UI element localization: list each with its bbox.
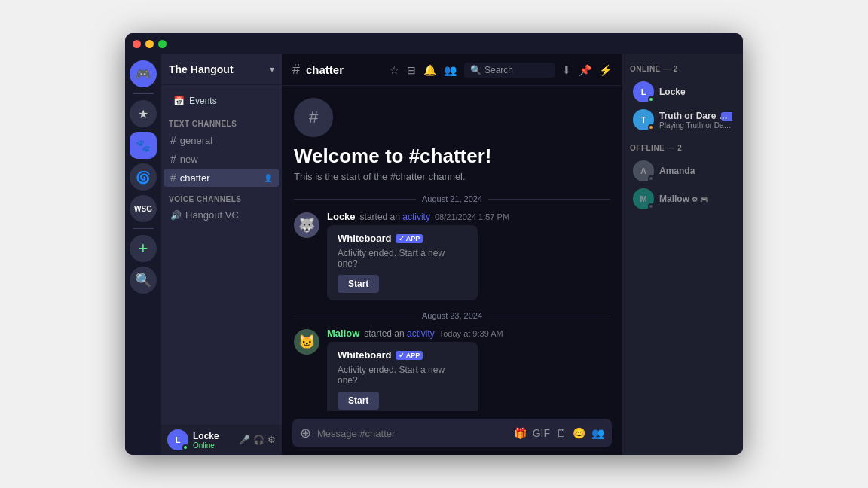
maximize-button[interactable] xyxy=(158,40,167,48)
settings-icon[interactable]: ⚙ xyxy=(267,435,276,445)
add-attachment-button[interactable]: ⊕ xyxy=(300,425,311,441)
server-header[interactable]: The Hangout ▾ xyxy=(161,54,282,85)
guild-wsg-icon[interactable]: WSG xyxy=(130,195,157,222)
offline-section-label: OFFLINE — 2 xyxy=(622,141,743,157)
channel-hangout-vc[interactable]: 🔊 Hangout VC xyxy=(164,206,279,224)
traffic-lights xyxy=(133,40,167,48)
hash-icon: # xyxy=(170,172,176,184)
events-label: Events xyxy=(189,96,217,106)
headset-icon[interactable]: 🎧 xyxy=(253,435,264,445)
hash-icon: # xyxy=(170,153,176,165)
divider-line xyxy=(294,316,416,316)
discord-icon[interactable]: 🎮 xyxy=(130,60,157,87)
start-button-2[interactable]: Start xyxy=(338,392,379,410)
mic-icon[interactable]: 🎤 xyxy=(239,435,250,445)
welcome-title: Welcome to #chatter! xyxy=(294,145,610,168)
text-channels-label: TEXT CHANNELS xyxy=(161,112,282,130)
member-info: Truth or Dare ✓ APP Playing Truth or Dar… xyxy=(659,111,732,130)
member-avatar: T xyxy=(633,109,654,130)
pin-icon[interactable]: 📌 xyxy=(579,64,591,76)
status-dot xyxy=(648,175,654,181)
explore-icon[interactable]: 🔍 xyxy=(130,267,157,294)
channel-name: chatter xyxy=(180,172,210,184)
member-mallow[interactable]: M Mallow ⚙ 🎮 xyxy=(625,185,740,212)
inbox-icon[interactable]: ⬇ xyxy=(562,64,571,76)
sticker-icon[interactable]: 🗒 xyxy=(556,427,567,439)
welcome-subtitle: This is the start of the #chatter channe… xyxy=(294,171,610,182)
message-input[interactable] xyxy=(317,428,508,439)
gif-icon[interactable]: GIF xyxy=(533,427,550,439)
app-badge: ✓ APP xyxy=(721,112,732,121)
thread-icon[interactable]: ⊟ xyxy=(407,64,416,76)
minimize-button[interactable] xyxy=(145,40,154,48)
username: Locke xyxy=(193,431,219,441)
title-bar xyxy=(125,33,743,54)
sidebar-events[interactable]: 📅 Events xyxy=(166,91,277,111)
date-divider-2: August 23, 2024 xyxy=(294,311,610,320)
emoji-icon[interactable]: 😊 xyxy=(573,427,585,439)
people-icon[interactable]: 👥 xyxy=(591,427,604,439)
header-actions: ☆ ⊟ 🔔 👥 🔍 Search ⬇ 📌 ⚡ xyxy=(390,63,612,78)
channel-chatter[interactable]: # chatter 👤 xyxy=(164,169,279,187)
guild-star-icon[interactable]: ★ xyxy=(130,100,157,127)
activity-card-2: Whiteboard ✓ APP Activity ended. Start a… xyxy=(327,342,478,411)
app-badge: ✓ APP xyxy=(396,234,423,243)
activity-ended: Activity ended. Start a new one? xyxy=(338,364,467,386)
member-amanda[interactable]: A Amanda xyxy=(625,157,740,185)
chevron-down-icon: ▾ xyxy=(270,64,274,75)
right-sidebar: ONLINE — 2 L Locke T Truth or Dare xyxy=(622,54,743,455)
add-server-button[interactable]: + xyxy=(130,235,157,262)
bell-icon[interactable]: 🔔 xyxy=(423,64,436,76)
apps-icon[interactable]: ⚡ xyxy=(599,64,612,76)
member-info: Amanda xyxy=(659,166,732,176)
member-name: Mallow ⚙ 🎮 xyxy=(659,194,732,204)
message-time: 08/21/2024 1:57 PM xyxy=(435,212,509,221)
channel-header-name: chatter xyxy=(306,63,344,76)
channel-header: # chatter ☆ ⊟ 🔔 👥 🔍 Search ⬇ 📌 ⚡ xyxy=(282,54,622,86)
search-icon: 🔍 xyxy=(470,65,481,75)
start-button-1[interactable]: Start xyxy=(338,275,379,293)
activity-text: started an activity xyxy=(360,212,430,222)
channel-new[interactable]: # new xyxy=(164,150,279,168)
user-bar: L Locke Online 🎤 🎧 ⚙ xyxy=(161,425,282,455)
guild-swirl-icon[interactable]: 🌀 xyxy=(130,163,157,191)
hash-icon: # xyxy=(170,134,176,146)
channel-name: new xyxy=(180,154,198,165)
online-dot xyxy=(648,96,654,102)
guild-paw-icon[interactable]: 🐾 xyxy=(130,132,157,159)
star-icon[interactable]: ☆ xyxy=(390,64,399,76)
members-icon[interactable]: 👥 xyxy=(444,64,457,76)
date-label: August 23, 2024 xyxy=(422,311,482,320)
member-info: Mallow ⚙ 🎮 xyxy=(659,194,732,204)
online-indicator xyxy=(182,444,188,450)
divider-line xyxy=(488,199,610,200)
message-header: Locke started an activity 08/21/2024 1:5… xyxy=(327,211,610,222)
member-sub: Playing Truth or Dare • /help xyxy=(659,121,732,130)
member-name: Truth or Dare ✓ APP xyxy=(659,111,732,121)
member-info: Locke xyxy=(659,87,732,97)
member-name: Locke xyxy=(659,87,732,97)
status-dot xyxy=(648,203,654,209)
events-icon: 📅 xyxy=(173,96,185,106)
member-avatar: L xyxy=(633,81,654,102)
icon-bar: 🎮 ★ 🐾 🌀 WSG + 🔍 xyxy=(125,54,161,455)
app-badge: ✓ APP xyxy=(396,351,423,360)
sidebar: The Hangout ▾ 📅 Events TEXT CHANNELS # g… xyxy=(161,54,282,455)
member-badge: ⚙ 🎮 xyxy=(692,196,708,203)
activity-title: Whiteboard ✓ APP xyxy=(338,349,467,361)
date-divider-1: August 21, 2024 xyxy=(294,194,610,203)
member-locke[interactable]: L Locke xyxy=(625,78,740,105)
wsg-label: WSG xyxy=(134,205,152,213)
member-truth-or-dare[interactable]: T Truth or Dare ✓ APP Playing Truth or D… xyxy=(625,106,740,133)
gift-icon[interactable]: 🎁 xyxy=(514,427,527,439)
sidebar-section: 📅 Events TEXT CHANNELS # general # new #… xyxy=(161,85,282,425)
app-window: 🎮 ★ 🐾 🌀 WSG + 🔍 xyxy=(125,33,743,455)
online-section-label: ONLINE — 2 xyxy=(622,62,743,78)
main-content: # chatter ☆ ⊟ 🔔 👥 🔍 Search ⬇ 📌 ⚡ xyxy=(282,54,622,455)
message-group-2: 🐱 Mallow started an activity Today at 9:… xyxy=(294,328,610,411)
close-button[interactable] xyxy=(133,40,141,48)
message-avatar: 🐱 xyxy=(294,329,319,355)
channel-general[interactable]: # general xyxy=(164,131,279,149)
member-name: Amanda xyxy=(659,166,732,176)
search-bar[interactable]: 🔍 Search xyxy=(464,63,555,78)
